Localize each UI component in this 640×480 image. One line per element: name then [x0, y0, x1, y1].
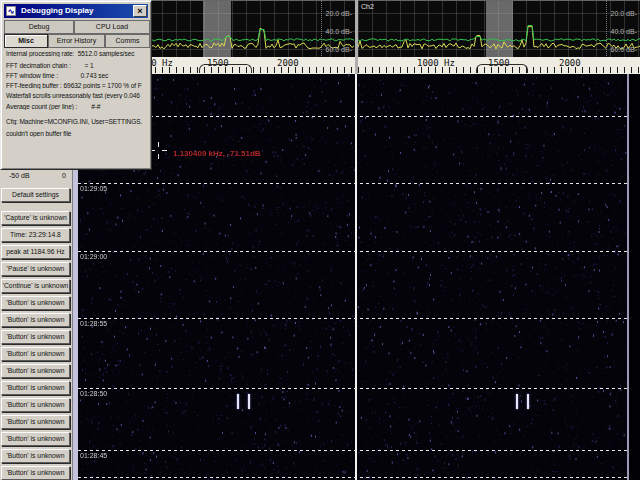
generic-button[interactable]: 'Button' is unknown [1, 466, 70, 480]
debug-line: FFT decimation chain : = 1 [6, 62, 149, 69]
dialog-titlebar[interactable]: ∿ Debugging Display × [4, 4, 148, 18]
time-label: 01:28:45 [80, 452, 107, 459]
waterfall-display[interactable] [78, 74, 629, 480]
tab-comms[interactable]: Comms [105, 34, 150, 48]
db-label: 20.0 dB- [326, 10, 352, 17]
spectrum-lab-window: 20.0 dB- 40.0 dB- 60.0 dB- Ch2 20.0 dB- … [0, 0, 640, 480]
db-grid-dotline [606, 1, 607, 58]
generic-button[interactable]: 'Button' is unknown [1, 398, 70, 412]
time-gridline [78, 251, 627, 252]
freq-scale-ch2[interactable]: 1000 Hz 1500 2000 [358, 57, 640, 75]
debug-line: Waterfall scrolls unreasonably fast (eve… [6, 92, 149, 99]
time-gridline [78, 116, 627, 117]
pause-button[interactable]: 'Pause' is unknown [1, 262, 70, 276]
signal-trace [237, 394, 239, 409]
time-gridline [78, 477, 627, 478]
control-sidebar: -50 dB 0 Default settings 'Capture' is u… [0, 170, 73, 480]
time-gridline [78, 183, 627, 184]
app-wave-icon: ∿ [6, 6, 16, 16]
peak-button[interactable]: peak at 1184.96 Hz [1, 245, 70, 259]
time-gridline [78, 388, 627, 389]
db-label: 20.0 dB- [611, 10, 637, 17]
time-label: 01:28:50 [80, 390, 107, 397]
db-label: 40.0 dB- [611, 28, 637, 35]
capture-button[interactable]: 'Capture' is unknown [1, 211, 70, 225]
amp-scale-min: -50 dB [9, 172, 30, 179]
debug-line: Internal processing rate: 5512.0 samples… [6, 50, 149, 57]
time-button[interactable]: Time: 23:29:14.8 [1, 228, 70, 242]
time-gridline [78, 318, 627, 319]
generic-button[interactable]: 'Button' is unknown [1, 364, 70, 378]
generic-button[interactable]: 'Button' is unknown [1, 330, 70, 344]
signal-trace [516, 394, 518, 409]
amp-scale-max: 0 [62, 172, 66, 179]
debug-line: Average count (per line) : #-# [6, 103, 149, 110]
crosshair-cursor [150, 142, 167, 159]
debug-line: FFT-feeding buffer : 69632 points = 1700… [6, 82, 149, 89]
debug-line: FFT window time : 0.743 sec [6, 72, 149, 79]
db-label: 60.0 dB- [326, 46, 352, 53]
default-settings-button[interactable]: Default settings [1, 188, 70, 202]
channel-label-ch2: Ch2 [361, 3, 374, 10]
generic-button[interactable]: 'Button' is unknown [1, 381, 70, 395]
tab-misc[interactable]: Misc [4, 34, 48, 48]
tab-error-history[interactable]: Error History [48, 34, 105, 48]
right-margin [629, 74, 640, 480]
generic-button[interactable]: 'Button' is unknown [1, 449, 70, 463]
dialog-title: Debugging Display [21, 4, 93, 18]
pane-divider-top [355, 0, 358, 74]
signal-trace [527, 394, 529, 409]
generic-button[interactable]: 'Button' is unknown [1, 347, 70, 361]
amplitude-scale-row: -50 dB 0 [0, 172, 72, 183]
generic-button[interactable]: 'Button' is unknown [1, 415, 70, 429]
generic-button[interactable]: 'Button' is unknown [1, 313, 70, 327]
time-label: 01:29:00 [80, 253, 107, 260]
generic-button[interactable]: 'Button' is unknown [1, 296, 70, 310]
generic-button[interactable]: 'Button' is unknown [1, 432, 70, 446]
freq-ticks [358, 67, 640, 73]
spectrum-trace-ch2 [358, 1, 640, 58]
db-label: 40.0 dB- [326, 28, 352, 35]
db-label: 60.0 dB- [611, 46, 637, 53]
time-label: 01:28:55 [80, 320, 107, 327]
continue-button[interactable]: 'Continue' is unknown [1, 279, 70, 293]
spectrum-pane-ch2[interactable]: Ch2 20.0 dB- 40.0 dB- 60.0 dB- [358, 0, 640, 58]
signal-trace [248, 394, 250, 409]
debug-line: couldn't open buffer file [6, 130, 149, 137]
pane-divider-waterfall [355, 74, 357, 480]
time-label: 01:29:05 [80, 185, 107, 192]
tab-debug[interactable]: Debug [4, 20, 74, 34]
tab-cpu-load[interactable]: CPU Load [74, 20, 150, 34]
db-grid-dotline [321, 1, 322, 58]
close-icon[interactable]: × [133, 5, 147, 17]
debugging-display-dialog: ∿ Debugging Display × Debug CPU Load Mis… [0, 0, 152, 170]
debug-line: Cfg: Machine=MCONFIG.INI, User=SETTINGS. [6, 118, 149, 125]
cursor-frequency-readout: 1.130409 kHz, -71.51dB [173, 149, 261, 158]
time-gridline [78, 450, 627, 451]
